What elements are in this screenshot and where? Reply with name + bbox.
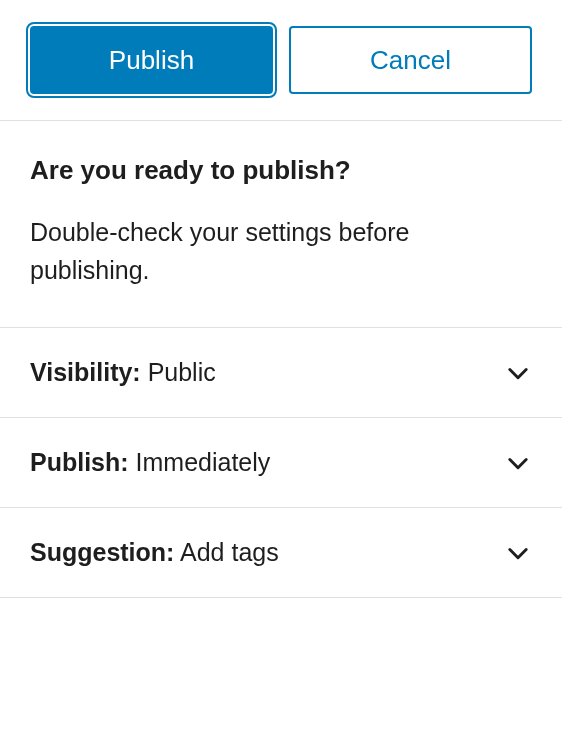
intro-text: Double-check your settings before publis… — [30, 214, 532, 289]
intro-title: Are you ready to publish? — [30, 155, 532, 186]
setting-row-suggestion[interactable]: Suggestion: Add tags — [0, 507, 562, 598]
setting-value: Public — [148, 358, 216, 386]
setting-label: Suggestion: — [30, 538, 174, 566]
setting-text: Suggestion: Add tags — [30, 538, 279, 567]
action-button-row: Publish Cancel — [0, 0, 562, 120]
cancel-button[interactable]: Cancel — [289, 26, 532, 94]
intro-section: Are you ready to publish? Double-check y… — [0, 121, 562, 327]
chevron-down-icon — [504, 449, 532, 477]
setting-label: Visibility: — [30, 358, 141, 386]
setting-text: Visibility: Public — [30, 358, 216, 387]
setting-value: Immediately — [136, 448, 271, 476]
setting-row-visibility[interactable]: Visibility: Public — [0, 327, 562, 417]
chevron-down-icon — [504, 539, 532, 567]
chevron-down-icon — [504, 359, 532, 387]
setting-row-publish[interactable]: Publish: Immediately — [0, 417, 562, 507]
setting-label: Publish: — [30, 448, 129, 476]
setting-value: Add tags — [180, 538, 279, 566]
setting-text: Publish: Immediately — [30, 448, 270, 477]
publish-button[interactable]: Publish — [30, 26, 273, 94]
